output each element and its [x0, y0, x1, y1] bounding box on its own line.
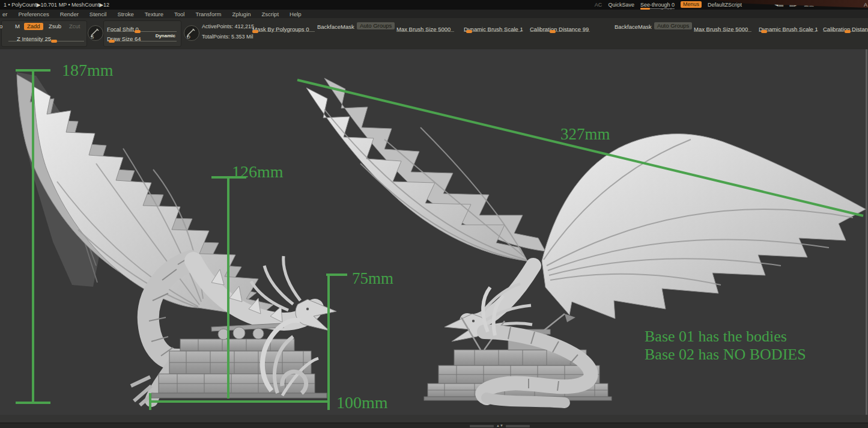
menu-item-stencil[interactable]: Stencil: [90, 11, 107, 17]
flag: [565, 314, 575, 322]
menu-item-stroke[interactable]: Stroke: [117, 11, 133, 17]
menu-bar: er Preferences Render Stencil Stroke Tex…: [0, 10, 868, 18]
label-100mm: 100mm: [336, 393, 388, 412]
dynamic-brush-icon[interactable]: D: [184, 25, 199, 41]
slider-track: [759, 31, 816, 32]
slider-handle[interactable]: [550, 30, 556, 33]
ac-label: AC: [595, 2, 602, 8]
menu-item-partial[interactable]: er: [2, 11, 7, 17]
slider-track: [107, 41, 177, 41]
slider-track: [252, 31, 315, 32]
slider-track: [694, 31, 751, 32]
label-187mm: 187mm: [62, 61, 114, 79]
zbrush-window: 1 • PolyCount▶10.701 MP • MeshCount▶12 A…: [0, 0, 868, 428]
backfacemask-label: BackfaceMask: [317, 23, 354, 30]
menu-item-zscript[interactable]: Zscript: [262, 11, 279, 17]
focal-shift-slider[interactable]: Focal Shift 0: [107, 23, 177, 32]
title-bar: 1 • PolyCount▶10.701 MP • MeshCount▶12 A…: [0, 0, 868, 10]
viewport-content: 187mm 126mm 75mm 100mm 327mm Base 01 has…: [0, 49, 868, 415]
splitter-bar: [470, 425, 494, 427]
note-base-01: Base 01 has the bodies: [645, 328, 787, 345]
menu-item-zplugin[interactable]: Zplugin: [232, 11, 250, 17]
pumpkin: [233, 327, 245, 339]
slider-track: [107, 31, 177, 32]
calibration-distance-slider-2[interactable]: Calibration Distance 186.76046: [823, 23, 868, 32]
viewport-canvas[interactable]: 187mm 126mm 75mm 100mm 327mm Base 01 has…: [0, 49, 868, 415]
note-base-02: Base 02 has NO BODIES: [645, 346, 806, 363]
label-75mm: 75mm: [352, 269, 393, 287]
menus-button[interactable]: Menus: [681, 1, 702, 8]
draw-size-slider[interactable]: Draw Size 64 Dynamic: [107, 32, 177, 41]
pumpkin: [253, 328, 264, 339]
auto-groups-button[interactable]: Auto Groups: [357, 22, 395, 29]
m-button[interactable]: M: [12, 23, 23, 30]
slider-handle[interactable]: [51, 40, 57, 43]
slider-track: [530, 31, 590, 32]
top-shelf-toolbar: o M Zadd Zsub Zcut Z Intensity 25 S Foca…: [0, 18, 868, 49]
total-points-readout: TotalPoints: 5.353 Mil: [202, 34, 253, 40]
dynamic-brush-scale-slider-2[interactable]: Dynamic Brush Scale 1: [759, 23, 816, 32]
slider-track: [396, 31, 454, 32]
zsub-button[interactable]: Zsub: [46, 23, 64, 30]
menu-item-transform[interactable]: Transform: [195, 11, 221, 17]
right-wing: [542, 134, 866, 319]
base-step-1: [180, 339, 294, 351]
zadd-button[interactable]: Zadd: [24, 23, 43, 30]
mask-by-polygroups-slider[interactable]: Mask By Polygroups 0: [252, 23, 315, 32]
active-points-readout: ActivePoints: 412,215: [202, 23, 254, 29]
quicksave-button[interactable]: QuickSave: [608, 2, 634, 8]
clipped-left-button[interactable]: o: [0, 23, 5, 30]
bottom-tray-strip: [0, 415, 868, 423]
menu-item-help[interactable]: Help: [290, 11, 302, 17]
menu-item-tool[interactable]: Tool: [174, 11, 184, 17]
slider-handle[interactable]: [252, 30, 258, 33]
z-intensity-slider[interactable]: Z Intensity 25: [8, 32, 84, 41]
zcut-button[interactable]: Zcut: [66, 23, 83, 30]
slider-handle[interactable]: [466, 30, 472, 33]
calibration-distance-slider[interactable]: Calibration Distance 99: [530, 23, 590, 32]
backfacemask-label-2: BackfaceMask: [615, 23, 652, 30]
menu-item-render[interactable]: Render: [60, 11, 79, 17]
head-beak: [445, 314, 484, 341]
tray-splitter-handle[interactable]: ▲▼: [470, 424, 530, 427]
splitter-bar: [506, 425, 530, 427]
slider-handle[interactable]: [845, 30, 851, 33]
splitter-arrows-icon: ▲▼: [496, 424, 503, 427]
menu-item-preferences[interactable]: Preferences: [18, 11, 49, 17]
label-327mm: 327mm: [560, 125, 610, 143]
slider-track: [8, 41, 84, 41]
sculpture-left[interactable]: [17, 72, 336, 405]
auto-groups-button-2[interactable]: Auto Groups: [654, 22, 692, 29]
measure-line-75mm: [326, 275, 347, 396]
slider-handle[interactable]: [761, 30, 767, 33]
base-ground: [151, 393, 327, 398]
slider-track: [464, 31, 521, 32]
see-through-slider[interactable]: See-through 0: [640, 2, 675, 8]
max-brush-size-slider[interactable]: Max Brush Size 5000: [396, 23, 454, 32]
bottom-divider-bar: ▲▼: [0, 423, 868, 428]
eye: [306, 308, 309, 310]
clipped-right-label: A: [864, 2, 867, 8]
slider-handle[interactable]: [109, 40, 115, 43]
max-brush-size-slider-2[interactable]: Max Brush Size 5000: [694, 23, 751, 32]
dynamic-brush-scale-slider[interactable]: Dynamic Brush Scale 1: [464, 23, 521, 32]
eye: [472, 320, 475, 322]
dynamic-mode-tag[interactable]: Dynamic: [156, 33, 175, 38]
sculptris-brush-icon[interactable]: S: [88, 25, 103, 41]
label-126mm: 126mm: [232, 162, 284, 181]
polycount-status: 1 • PolyCount▶10.701 MP • MeshCount▶12: [4, 2, 109, 8]
right-edge-highlight: [866, 49, 867, 415]
menu-item-texture[interactable]: Texture: [145, 11, 163, 17]
